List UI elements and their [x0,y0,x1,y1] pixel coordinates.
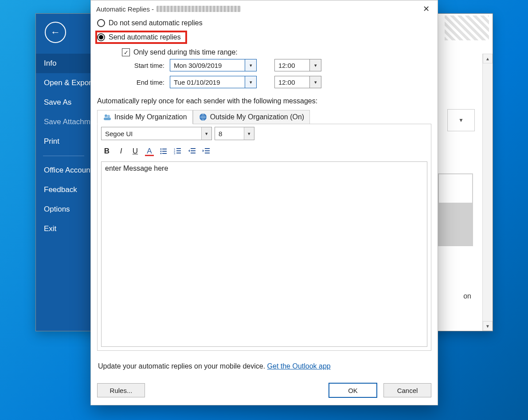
chevron-down-icon: ▾ [201,127,211,140]
radio-do-not-send[interactable]: Do not send automatic replies [97,19,431,27]
radio-do-not-send-label: Do not send automatic replies [109,19,203,27]
checkbox-only-send-label: Only send during this time range: [133,48,238,56]
sidebar-item-open-export[interactable]: Open & Export [36,73,91,93]
backstage-sidebar: ← Info Open & Export Save As Save Attach… [36,14,91,331]
font-family-value: Segoe UI [105,130,133,137]
svg-point-0 [105,114,107,117]
tab-outside-organization[interactable]: Outside My Organization (On) [193,110,310,124]
start-hour-field[interactable]: 12:00 [274,59,310,71]
svg-point-1 [107,115,110,118]
svg-rect-5 [162,149,167,149]
background-account-photo [438,173,473,246]
close-icon: ✕ [423,4,430,14]
svg-rect-9 [162,153,167,154]
dialog-close-button[interactable]: ✕ [419,2,433,16]
end-hour-dropdown[interactable]: ▾ [310,76,321,88]
radio-send-automatic-replies[interactable]: Send automatic replies [95,31,187,44]
bold-button[interactable]: B [101,145,113,157]
chevron-down-icon: ▾ [250,63,252,68]
end-hour-value: 12:00 [278,79,295,86]
cancel-button[interactable]: Cancel [383,383,431,397]
bullet-list-icon [159,147,168,156]
end-date-dropdown[interactable]: ▾ [245,76,257,88]
radio-send-label: Send automatic replies [109,33,181,41]
decrease-indent-button[interactable] [186,145,198,157]
svg-rect-22 [205,153,210,153]
get-outlook-app-link[interactable]: Get the Outlook app [267,362,331,370]
svg-rect-2 [104,118,111,120]
dialog-titlebar: Automatic Replies - ✕ [91,0,438,17]
sidebar-item-print[interactable]: Print [36,132,91,151]
rules-button[interactable]: Rules... [97,383,145,397]
dialog-button-row: Rules... OK Cancel [91,376,438,405]
svg-rect-18 [191,153,196,153]
scroll-down-icon[interactable]: ▼ [483,321,493,331]
bullet-list-button[interactable] [158,145,169,157]
chevron-down-icon: ▾ [250,79,252,85]
ok-button[interactable]: OK [329,383,377,398]
scroll-up-icon[interactable]: ▲ [483,54,493,63]
background-text-on: on [463,292,471,300]
end-date-field[interactable]: Tue 01/10/2019 [170,76,245,88]
dialog-title-prefix: Automatic Replies - [96,5,154,13]
back-button[interactable]: ← [45,22,66,43]
font-size-value: 8 [219,130,222,137]
auto-reply-note: Automatically reply once for each sender… [97,97,431,105]
format-toolbar: B I U A 123 [98,143,431,160]
sidebar-separator [43,156,84,156]
italic-button[interactable]: I [115,145,127,157]
sidebar-item-office-account[interactable]: Office Account [36,161,91,180]
font-toolbar: Segoe UI ▾ 8 ▾ [98,124,431,143]
chevron-down-icon: ▾ [314,63,317,68]
svg-rect-11 [176,148,181,149]
tab-inside-label: Inside My Organization [114,113,187,121]
mobile-update-note: Update your automatic replies on your mo… [98,362,430,370]
message-body-text: enter Message here [105,165,168,172]
decrease-indent-icon [188,147,196,156]
reply-tabs: Inside My Organization Outside My Organi… [97,110,431,124]
checkbox-only-send-time-range[interactable]: ✓ Only send during this time range: [122,48,431,56]
svg-marker-19 [188,149,190,152]
sidebar-item-feedback[interactable]: Feedback [36,180,91,200]
svg-rect-20 [205,148,210,149]
radio-icon [97,19,105,27]
background-dropdown[interactable]: ▼ [447,109,475,131]
svg-rect-15 [176,153,181,153]
numbered-list-button[interactable]: 123 [172,145,184,157]
svg-text:3: 3 [174,152,176,155]
arrow-left-icon: ← [51,27,60,38]
increase-indent-button[interactable] [200,145,212,157]
radio-icon [97,33,105,41]
end-hour-field[interactable]: 12:00 [274,76,310,88]
automatic-replies-dialog: Automatic Replies - ✕ Do not send automa… [90,0,438,405]
start-hour-dropdown[interactable]: ▾ [310,59,321,71]
backstage-scrollbar[interactable]: ▲ ▼ [482,54,493,331]
svg-rect-21 [205,150,210,151]
checkbox-icon: ✓ [122,48,130,56]
people-icon [103,113,112,122]
font-color-button[interactable]: A [144,145,155,157]
sidebar-item-options[interactable]: Options [36,200,91,219]
sidebar-item-info[interactable]: Info [36,54,91,73]
svg-point-6 [160,151,162,152]
svg-rect-7 [162,151,167,152]
start-time-label: Start time: [125,62,170,69]
end-time-label: End time: [125,79,170,86]
svg-point-8 [160,153,162,154]
dialog-title-email-redacted [156,6,241,12]
window-decoration-hatch [445,16,489,40]
start-date-field[interactable]: Mon 30/09/2019 [170,59,245,71]
sidebar-item-save-as[interactable]: Save As [36,93,91,112]
start-date-dropdown[interactable]: ▾ [245,59,257,71]
svg-point-4 [160,149,162,150]
underline-button[interactable]: U [129,145,141,157]
sidebar-item-save-attachments[interactable]: Save Attachments [36,112,91,132]
start-hour-value: 12:00 [278,62,295,69]
tab-outside-label: Outside My Organization (On) [210,113,305,121]
font-size-select[interactable]: 8 ▾ [215,127,254,140]
font-family-select[interactable]: Segoe UI ▾ [101,127,212,140]
mobile-note-text: Update your automatic replies on your mo… [98,362,267,370]
message-editor[interactable]: enter Message here [101,161,427,347]
sidebar-item-exit[interactable]: Exit [36,219,91,239]
tab-inside-organization[interactable]: Inside My Organization [97,110,193,124]
